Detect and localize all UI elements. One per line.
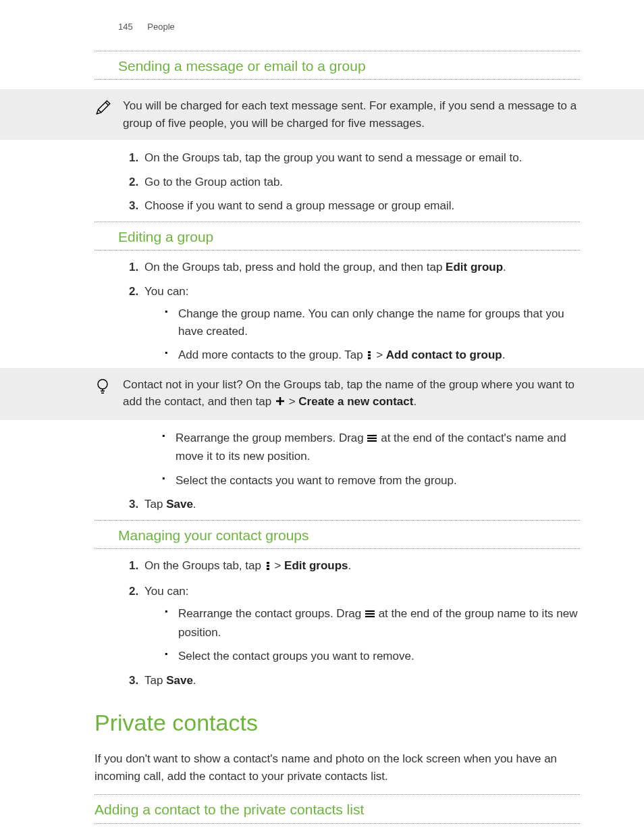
bullet-item: Rearrange the group members. Drag at the… (162, 429, 580, 465)
tip-callout: Contact not in your list? On the Groups … (0, 368, 644, 420)
svg-line-1 (105, 102, 108, 105)
bullet-item: Rearrange the contact groups. Drag at th… (165, 605, 580, 641)
steps-editing: On the Groups tab, press and hold the gr… (95, 259, 580, 365)
lightbulb-icon (95, 376, 113, 400)
private-intro: If you don't want to show a contact's na… (95, 750, 580, 785)
steps-managing: On the Groups tab, tap > Edit groups. Yo… (95, 557, 580, 689)
tip-text: Contact not in your list? On the Groups … (123, 376, 580, 412)
page-number: 145 (118, 22, 133, 32)
step-item: Go to the Group action tab. (142, 174, 580, 191)
page-header: 145 People (118, 20, 580, 34)
bold-add-contact: Add contact to group (386, 348, 502, 361)
bullet-item: Change the group name. You can only chan… (165, 305, 580, 340)
svg-rect-15 (267, 565, 269, 567)
step-item: You can: Change the group name. You can … (142, 283, 580, 365)
plus-icon (275, 394, 286, 412)
heading-editing-group: Editing a group (118, 226, 580, 248)
svg-rect-16 (267, 568, 269, 570)
bold-save: Save (166, 498, 193, 511)
page-section: People (147, 22, 174, 32)
heading-managing-groups: Managing your contact groups (118, 525, 580, 546)
bold-edit-groups: Edit groups (284, 559, 348, 572)
drag-handle-icon (367, 431, 377, 448)
bold-edit-group: Edit group (446, 261, 503, 273)
svg-line-0 (98, 109, 101, 112)
bullet-item: Select the contacts you want to remove f… (162, 472, 580, 490)
note-callout: You will be charged for each text messag… (0, 89, 644, 140)
step-item: Choose if you want to send a group messa… (142, 197, 580, 215)
drag-handle-icon (365, 606, 375, 624)
step-item: Tap Save. (142, 496, 580, 513)
step-item: On the Groups tab, press and hold the gr… (142, 259, 580, 276)
bullets-editing-cont: Rearrange the group members. Drag at the… (95, 429, 580, 490)
svg-rect-2 (368, 351, 371, 353)
pencil-icon (95, 97, 113, 122)
heading-sending-message: Sending a message or email to a group (118, 55, 580, 77)
bold-create-contact: Create a new contact (298, 395, 413, 408)
private-p1: On the People tab, press and hold the co… (95, 832, 580, 835)
svg-rect-4 (368, 357, 371, 359)
step-item: On the Groups tab, tap > Edit groups. (142, 557, 580, 576)
bold-save: Save (166, 674, 193, 687)
svg-point-5 (98, 380, 107, 389)
svg-rect-14 (267, 562, 269, 564)
overflow-menu-icon (366, 348, 373, 365)
steps-sending: On the Groups tab, tap the group you wan… (95, 149, 580, 215)
note-text: You will be charged for each text messag… (123, 97, 580, 132)
svg-rect-3 (368, 355, 371, 357)
step-item: Tap Save. (142, 672, 580, 689)
bullet-item: Add more contacts to the group. Tap > Ad… (165, 346, 580, 365)
overflow-menu-icon (265, 558, 271, 576)
steps-editing-end: Tap Save. (95, 496, 580, 513)
step-item: On the Groups tab, tap the group you wan… (142, 149, 580, 167)
step-item: You can: Rearrange the contact groups. D… (142, 583, 580, 665)
heading-adding-private: Adding a contact to the private contacts… (95, 799, 580, 820)
bullet-item: Select the contact groups you want to re… (165, 648, 580, 665)
heading-private-contacts: Private contacts (95, 706, 580, 740)
